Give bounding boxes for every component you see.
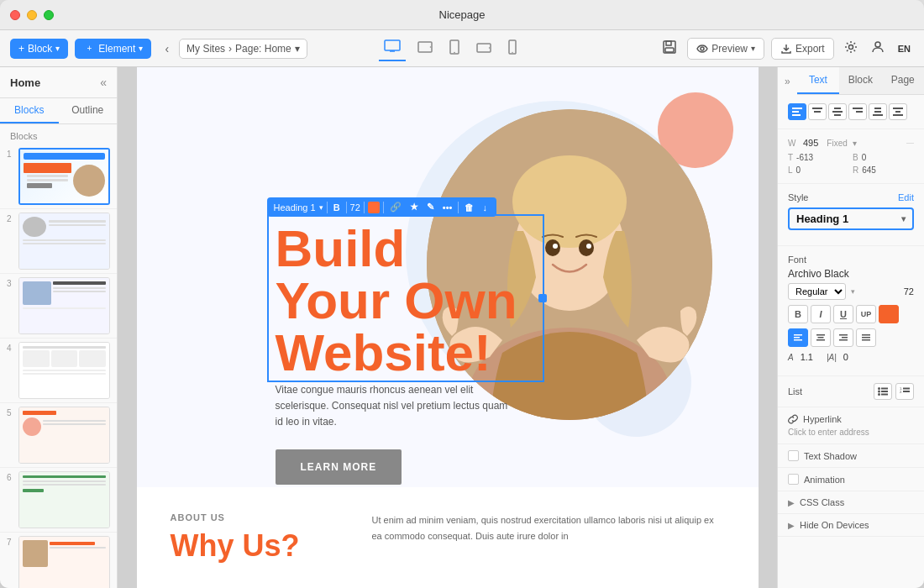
panel-collapse-button[interactable]: » (778, 69, 797, 94)
canvas: Heading 1 ▾ B 72 🔗 ★ ✎ ••• (137, 67, 759, 588)
text-shadow-checkbox[interactable] (788, 450, 799, 461)
tab-outline[interactable]: Outline (59, 98, 118, 123)
link-button[interactable]: 🔗 (387, 201, 404, 213)
tablet-landscape-button[interactable] (412, 38, 438, 60)
list-item[interactable]: 7 (0, 533, 117, 588)
mobile-landscape-button[interactable] (471, 38, 496, 60)
list-item[interactable]: 4 (0, 339, 117, 403)
page-thumbnail-5[interactable] (18, 407, 110, 464)
breadcrumb[interactable]: My Sites › Page: Home ▾ (179, 39, 307, 59)
bold-format-button[interactable]: B (788, 305, 808, 323)
ordered-list-button[interactable]: 1.2. (895, 383, 914, 400)
settings-button[interactable] (841, 37, 861, 60)
hero-cta[interactable]: LEARN MORE (276, 449, 402, 485)
underline-format-button[interactable]: U (833, 305, 853, 323)
canvas-area[interactable]: Heading 1 ▾ B 72 🔗 ★ ✎ ••• (118, 67, 777, 588)
font-weight-select[interactable]: Regular Bold Black (788, 283, 846, 300)
user-button[interactable] (868, 37, 888, 60)
text-align-left-button[interactable] (788, 328, 808, 347)
bottom-value: B 0 (853, 153, 914, 162)
text-shadow-row[interactable]: Text Shadow (778, 444, 924, 468)
main-toolbar: + Block ▾ + Element ▾ ‹ My Sites › Page:… (0, 30, 924, 67)
page-list: 1 (0, 144, 117, 588)
page-thumbnail-3[interactable] (18, 277, 110, 334)
style-section: Style Edit Heading 1 ▾ (778, 184, 924, 246)
align-bottom-button[interactable] (869, 103, 887, 120)
language-button[interactable]: EN (895, 40, 914, 57)
add-block-button[interactable]: + Block ▾ (10, 39, 68, 59)
text-align-right-button[interactable] (833, 328, 853, 347)
chevron-down-icon: ▾ (55, 44, 60, 53)
align-top-button[interactable] (808, 103, 827, 120)
font-family[interactable]: Archivo Black (788, 268, 914, 280)
list-item[interactable]: 3 (0, 274, 117, 339)
export-button[interactable]: Export (771, 38, 834, 60)
svg-rect-36 (873, 114, 883, 116)
page-thumbnail-1[interactable] (18, 148, 110, 205)
list-item[interactable]: 1 (0, 144, 117, 209)
distribute-button[interactable] (889, 103, 907, 120)
hero-body-text: Vitae congue mauris rhoncus aenean vel e… (276, 382, 511, 431)
list-item[interactable]: 5 (0, 403, 117, 468)
edit-button[interactable]: ✎ (424, 201, 437, 213)
svg-rect-26 (792, 108, 802, 109)
hyperlink-section: Hyperlink Click to enter address (778, 407, 924, 444)
align-right-button[interactable] (848, 103, 867, 120)
preview-button[interactable]: Preview ▾ (687, 38, 764, 60)
color-swatch[interactable] (368, 202, 380, 213)
alignment-section (778, 95, 924, 129)
chevron-down-icon: ▾ (319, 203, 323, 212)
hero-heading[interactable]: Build Your Own Website! (276, 223, 517, 379)
tab-text[interactable]: Text (797, 67, 839, 94)
edit-style-link[interactable]: Edit (898, 192, 914, 202)
hide-devices-row[interactable]: ▶ Hide On Devices (778, 514, 924, 537)
bold-button[interactable]: B (331, 202, 343, 213)
uppercase-format-button[interactable]: UP (856, 305, 876, 323)
svg-rect-7 (477, 44, 491, 52)
mobile-portrait-button[interactable] (503, 36, 522, 61)
tab-block[interactable]: Block (839, 67, 881, 94)
down-button[interactable]: ↓ (480, 202, 490, 213)
svg-rect-43 (794, 337, 800, 339)
page-thumbnail-6[interactable] (18, 471, 110, 528)
svg-rect-28 (792, 114, 801, 116)
desktop-view-button[interactable] (379, 36, 406, 61)
animation-checkbox[interactable] (788, 474, 799, 485)
text-align-justify-button[interactable] (856, 328, 876, 347)
animation-row[interactable]: Animation (778, 468, 924, 491)
tab-page[interactable]: Page (882, 67, 924, 94)
text-color-button[interactable] (879, 305, 899, 323)
unordered-list-button[interactable] (874, 383, 892, 400)
list-item[interactable]: 6 (0, 468, 117, 533)
toolbar-right: Preview ▾ Export EN (659, 36, 914, 61)
list-item[interactable]: 2 (0, 209, 117, 274)
learn-more-button[interactable]: LEARN MORE (276, 449, 402, 485)
page-thumbnail-2[interactable] (18, 213, 110, 270)
align-left-button[interactable] (788, 103, 806, 120)
maximize-button[interactable] (44, 10, 54, 20)
page-thumbnail-7[interactable] (18, 536, 110, 588)
heading-toolbar: Heading 1 ▾ B 72 🔗 ★ ✎ ••• (267, 197, 496, 217)
align-middle-button[interactable] (828, 103, 847, 120)
sidebar-collapse-button[interactable]: « (100, 76, 107, 89)
back-button[interactable]: ‹ (161, 39, 172, 59)
tab-blocks[interactable]: Blocks (0, 98, 59, 123)
svg-rect-51 (862, 334, 870, 336)
svg-rect-12 (666, 41, 671, 45)
right-panel-tabs: Text Block Page (797, 67, 924, 95)
star-button[interactable]: ★ (407, 201, 421, 213)
tablet-portrait-button[interactable] (444, 36, 465, 61)
add-element-button[interactable]: + Element ▾ (75, 39, 151, 59)
hyperlink-hint[interactable]: Click to enter address (788, 428, 914, 437)
minimize-button[interactable] (27, 10, 37, 20)
save-button[interactable] (659, 36, 680, 61)
italic-format-button[interactable]: I (811, 305, 831, 323)
heading-style-selector[interactable]: Heading 1 ▾ (788, 207, 914, 230)
close-button[interactable] (10, 10, 20, 20)
page-thumbnail-4[interactable] (18, 342, 110, 399)
delete-button[interactable]: 🗑 (462, 202, 476, 213)
css-class-row[interactable]: ▶ CSS Class (778, 491, 924, 514)
text-align-center-button[interactable] (811, 328, 831, 347)
mode-label: Fixed (827, 139, 847, 148)
more-button[interactable]: ••• (440, 202, 455, 213)
